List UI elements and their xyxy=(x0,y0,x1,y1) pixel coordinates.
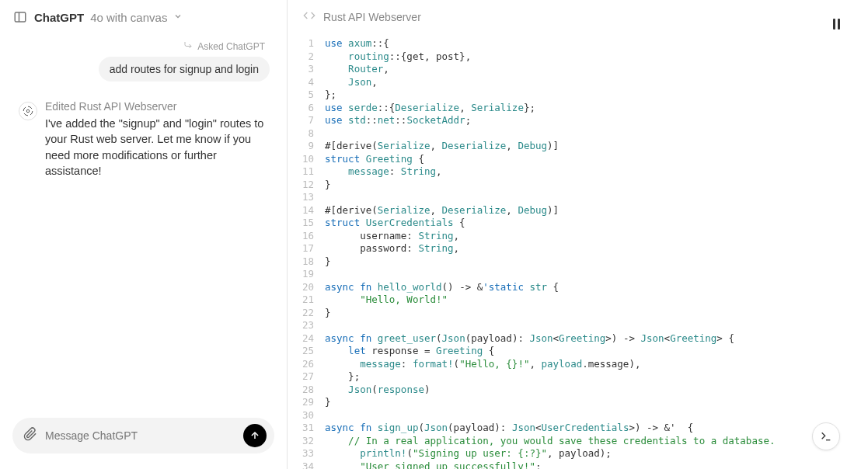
attach-icon[interactable] xyxy=(23,427,37,444)
svg-rect-0 xyxy=(15,12,26,22)
code-icon xyxy=(303,9,315,25)
pause-button[interactable] xyxy=(833,19,840,30)
code-content[interactable]: Json(response) xyxy=(325,384,431,397)
code-content[interactable]: }; xyxy=(325,89,336,102)
line-number: 2 xyxy=(288,50,325,64)
send-button[interactable] xyxy=(243,424,267,447)
code-content[interactable]: async fn sign_up(Json(payload): Json<Use… xyxy=(325,422,693,435)
code-content[interactable]: username: String, xyxy=(325,230,459,243)
code-line[interactable]: 6use serde::{Deserialize, Serialize}; xyxy=(288,102,868,115)
line-number: 7 xyxy=(288,114,325,127)
line-number: 14 xyxy=(288,204,325,217)
code-line[interactable]: 27 }; xyxy=(288,370,868,384)
code-line[interactable]: 21 "Hello, World!" xyxy=(288,294,868,307)
code-line[interactable]: 11 message: String, xyxy=(288,165,868,179)
code-content[interactable]: message: String, xyxy=(325,165,442,179)
code-line[interactable]: 26 message: format!("Hello, {}!", payloa… xyxy=(288,358,868,371)
code-content[interactable]: use axum::{ xyxy=(325,37,389,50)
line-number: 34 xyxy=(288,460,325,470)
code-content[interactable]: async fn greet_user(Json(payload): Json<… xyxy=(325,332,734,346)
code-content[interactable]: } xyxy=(325,179,331,192)
code-line[interactable]: 7use std::net::SocketAddr; xyxy=(288,114,868,127)
code-content[interactable]: } xyxy=(325,255,331,269)
code-content[interactable]: } xyxy=(325,396,331,409)
code-line[interactable]: 2 routing::{get, post}, xyxy=(288,50,868,64)
chevron-down-icon[interactable] xyxy=(173,10,183,24)
code-content[interactable]: routing::{get, post}, xyxy=(325,50,471,64)
code-line[interactable]: 9#[derive(Serialize, Deserialize, Debug)… xyxy=(288,140,868,153)
code-line[interactable]: 32 // In a real application, you would s… xyxy=(288,435,868,448)
code-line[interactable]: 14#[derive(Serialize, Deserialize, Debug… xyxy=(288,204,868,217)
code-line[interactable]: 33 println!("Signing up user: {:?}", pay… xyxy=(288,447,868,460)
line-number: 4 xyxy=(288,76,325,89)
code-line[interactable]: 28 Json(response) xyxy=(288,384,868,397)
code-line[interactable]: 31async fn sign_up(Json(payload): Json<U… xyxy=(288,422,868,435)
code-content[interactable]: Json, xyxy=(325,76,378,89)
code-line[interactable]: 19 xyxy=(288,268,868,281)
code-line[interactable]: 5}; xyxy=(288,89,868,102)
code-content[interactable]: use serde::{Deserialize, Serialize}; xyxy=(325,102,535,115)
code-content[interactable]: #[derive(Serialize, Deserialize, Debug)] xyxy=(325,140,559,153)
line-number: 10 xyxy=(288,153,325,166)
line-number: 15 xyxy=(288,217,325,230)
code-content[interactable]: struct UserCredentials { xyxy=(325,217,465,230)
code-content[interactable]: "User signed up successfully!"; xyxy=(325,460,541,470)
line-number: 9 xyxy=(288,140,325,153)
code-line[interactable]: 20async fn hello_world() -> &'static str… xyxy=(288,281,868,294)
code-content[interactable]: "Hello, World!" xyxy=(325,294,448,307)
code-content[interactable] xyxy=(325,319,331,332)
chat-input-box[interactable] xyxy=(12,418,274,453)
chat-sidebar: ChatGPT 4o with canvas Asked ChatGPT add… xyxy=(0,0,288,469)
code-editor[interactable]: 1use axum::{2 routing::{get, post},3 Rou… xyxy=(288,34,868,469)
canvas-title: Rust API Webserver xyxy=(323,11,421,23)
terminal-fab[interactable] xyxy=(812,422,840,450)
code-content[interactable]: message: format!("Hello, {}!", payload.m… xyxy=(325,358,640,371)
code-line[interactable]: 13 xyxy=(288,191,868,204)
code-line[interactable]: 8 xyxy=(288,127,868,141)
line-number: 25 xyxy=(288,345,325,358)
code-content[interactable] xyxy=(325,268,331,281)
line-number: 27 xyxy=(288,370,325,384)
code-content[interactable]: }; xyxy=(325,370,360,384)
asked-label-row: Asked ChatGPT xyxy=(12,40,274,52)
code-content[interactable]: use std::net::SocketAddr; xyxy=(325,114,471,127)
code-content[interactable]: } xyxy=(325,307,331,320)
code-line[interactable]: 29} xyxy=(288,396,868,409)
model-header[interactable]: ChatGPT 4o with canvas xyxy=(0,0,287,34)
line-number: 22 xyxy=(288,307,325,320)
code-line[interactable]: 34 "User signed up successfully!"; xyxy=(288,460,868,470)
code-line[interactable]: 24async fn greet_user(Json(payload): Jso… xyxy=(288,332,868,346)
code-line[interactable]: 18} xyxy=(288,255,868,269)
sidebar-toggle-icon[interactable] xyxy=(12,9,28,25)
code-content[interactable]: password: String, xyxy=(325,242,459,255)
code-content[interactable]: Router, xyxy=(325,63,389,76)
code-content[interactable]: #[derive(Serialize, Deserialize, Debug)] xyxy=(325,204,559,217)
canvas-panel: Rust API Webserver 1use axum::{2 routing… xyxy=(288,0,868,469)
code-line[interactable]: 15struct UserCredentials { xyxy=(288,217,868,230)
model-name: ChatGPT xyxy=(34,11,84,24)
code-content[interactable]: struct Greeting { xyxy=(325,153,424,166)
code-content[interactable] xyxy=(325,409,331,422)
code-line[interactable]: 16 username: String, xyxy=(288,230,868,243)
code-content[interactable]: // In a real application, you would save… xyxy=(325,435,775,448)
code-line[interactable]: 10struct Greeting { xyxy=(288,153,868,166)
code-line[interactable]: 23 xyxy=(288,319,868,332)
reply-arrow-icon xyxy=(183,40,193,52)
code-line[interactable]: 3 Router, xyxy=(288,63,868,76)
code-line[interactable]: 12} xyxy=(288,179,868,192)
assistant-avatar-icon xyxy=(19,102,37,120)
code-line[interactable]: 30 xyxy=(288,409,868,422)
code-line[interactable]: 4 Json, xyxy=(288,76,868,89)
code-content[interactable]: println!("Signing up user: {:?}", payloa… xyxy=(325,447,612,460)
code-line[interactable]: 25 let response = Greeting { xyxy=(288,345,868,358)
line-number: 31 xyxy=(288,422,325,435)
code-content[interactable]: async fn hello_world() -> &'static str { xyxy=(325,281,559,294)
code-line[interactable]: 22} xyxy=(288,307,868,320)
code-line[interactable]: 1use axum::{ xyxy=(288,37,868,50)
code-line[interactable]: 17 password: String, xyxy=(288,242,868,255)
code-content[interactable] xyxy=(325,191,331,204)
line-number: 3 xyxy=(288,63,325,76)
code-content[interactable] xyxy=(325,127,331,141)
chat-input[interactable] xyxy=(45,429,235,442)
code-content[interactable]: let response = Greeting { xyxy=(325,345,494,358)
